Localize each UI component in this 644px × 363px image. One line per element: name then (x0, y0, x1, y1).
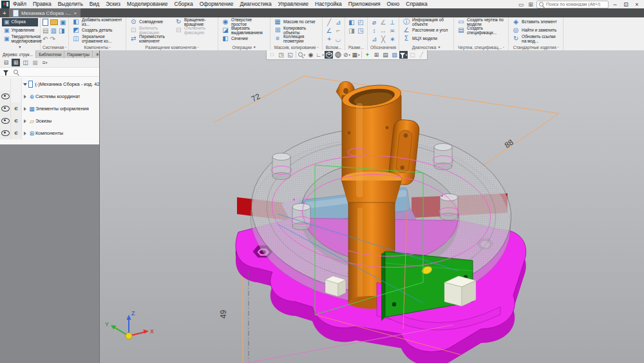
tree-options-dropdown[interactable]: ≡▾ (41, 59, 49, 66)
mass-properties-button[interactable]: Σ МЦХ модели (401, 35, 451, 43)
menu-file[interactable]: Файл (10, 0, 30, 8)
exclude-icon[interactable]: Є (14, 118, 18, 124)
menu-help[interactable]: Справка (402, 0, 430, 8)
tab-parameters[interactable]: Параметры (64, 50, 93, 58)
aux-icon[interactable]: ╱ (327, 19, 331, 26)
edit-pencil-icon[interactable]: ╱ (417, 51, 426, 59)
menu-window[interactable]: Окно (384, 0, 403, 8)
refresh-links-button[interactable]: ↻ Обновить ссылки на мод... (511, 35, 561, 43)
move-component-button[interactable]: ⇄ Переместить компонент (128, 35, 172, 43)
tree-view-icon-1[interactable]: ⊟ (2, 59, 10, 66)
disable-fixation-button[interactable]: ⊟ Отключить фиксацию (173, 26, 216, 35)
tree-view-icon-4[interactable]: ▦ (31, 59, 39, 66)
add-component-button[interactable]: ◧ Добавить компонент из... (71, 18, 124, 26)
undo-icon[interactable]: ↶ (43, 35, 48, 43)
tree-view-icon-3[interactable]: ◫ (21, 59, 30, 66)
mode-assembly[interactable]: ▣ Сборка (2, 18, 38, 26)
aux-icon[interactable]: ⊿ (336, 19, 341, 26)
designation-icon[interactable]: ∗ (390, 35, 395, 43)
close-button[interactable]: × (632, 1, 641, 8)
dimension-icon[interactable]: ◨ (348, 27, 354, 34)
cut-extrude-button[interactable]: ◪ Вырезать выдавливанием (220, 26, 268, 35)
collapse-arrow-icon[interactable] (24, 95, 26, 99)
aux-icon[interactable]: ∠ (327, 27, 332, 34)
create-specification-button[interactable]: ▤ Создать спецификаци... (456, 26, 506, 35)
display-mode-cube-icon[interactable] (325, 51, 333, 59)
dimension-49[interactable]: 49 (219, 309, 228, 319)
exclude-icon[interactable]: Є (14, 130, 18, 136)
visibility-eye-icon[interactable] (1, 130, 10, 136)
mode-dropdown[interactable]: ▾ (2, 44, 38, 50)
copy-view-icon[interactable]: ⊞ (372, 51, 381, 59)
visibility-eye-icon[interactable] (1, 118, 10, 124)
save-icon[interactable]: ▣ (60, 19, 66, 26)
section-button[interactable]: ◧ Сечение (220, 35, 268, 43)
zoom-dropdown[interactable]: ▾ (298, 51, 306, 59)
collapse-arrow-icon[interactable] (24, 132, 26, 135)
object-info-button[interactable]: ⓘ Информация об объекте (401, 18, 451, 26)
window-view-icon[interactable]: ▤ (381, 51, 390, 59)
menu-applications[interactable]: Приложения (345, 0, 384, 8)
assembly-3d-model[interactable]: 72 88 49 Z X Y (100, 50, 644, 363)
expand-arrow-icon[interactable] (23, 83, 27, 86)
new-document-tab-button[interactable]: + (0, 8, 9, 17)
minimize-button[interactable]: – (611, 1, 620, 8)
tab-tree-structure[interactable]: Дерево: струк... (0, 50, 36, 58)
ghost-object-icon[interactable]: ▢ (408, 51, 417, 59)
shaded-sphere-icon[interactable] (334, 51, 342, 59)
designation-icon[interactable]: ⌀ (372, 19, 376, 26)
dimension-icon[interactable]: ◳ (357, 27, 363, 34)
walk-mode-icon[interactable]: ◉ (307, 51, 315, 59)
dimension-88[interactable]: 88 (503, 137, 515, 150)
hide-objects-dropdown[interactable]: ⊘▾ (343, 51, 351, 59)
image-style-dropdown[interactable]: ▦▾ (352, 51, 360, 59)
menu-edit[interactable]: Правка (30, 0, 55, 8)
filter-icon[interactable] (3, 70, 8, 74)
aux-icon[interactable]: + (327, 35, 331, 43)
dimension-72[interactable]: 72 (250, 92, 262, 104)
menu-diagnostics[interactable]: Диагностика (236, 0, 274, 8)
designation-icon[interactable]: ╳ (381, 35, 385, 43)
brush-icon[interactable]: ▨ (390, 51, 399, 59)
dimension-icon[interactable]: ◰ (357, 19, 363, 26)
menu-management[interactable]: Управление (275, 0, 312, 8)
print-icon[interactable]: ▤ (43, 27, 48, 34)
tab-libraries[interactable]: Библиотеки (36, 50, 64, 58)
3d-viewport[interactable]: ∷ ◳ ◱ ▾ ◉ ∟▾ ⊘▾ ▦▾ + ⊞ ▤ ▨ ▾ ▢ ╱ (100, 50, 644, 363)
open-folder-icon[interactable] (50, 19, 58, 25)
tree-item-decorations[interactable]: Є ▦ Элементы оформления (0, 103, 99, 115)
white-block-left[interactable] (325, 276, 346, 297)
restore-button[interactable]: ⊡ (621, 1, 630, 8)
tree-view-icon-2[interactable]: ⊞ (12, 59, 20, 66)
designation-icon[interactable]: ⊿ (372, 35, 377, 43)
mirror-component-button[interactable]: ◫ Зеркальное отражение ко... (71, 35, 124, 43)
geometry-collection-button[interactable]: ≡ Коллекция геометрии (272, 35, 320, 43)
search-input[interactable] (545, 1, 606, 7)
tree-search-icon[interactable] (14, 70, 18, 74)
designation-icon[interactable]: ↕ (373, 27, 376, 34)
group-diagnostics-dropdown[interactable]: Диагностика▼ (401, 44, 451, 50)
menu-select[interactable]: Выделить (55, 0, 86, 8)
tree-item-sketches[interactable]: Є ▱ Эскизы (0, 115, 99, 127)
group-operations-dropdown[interactable]: Операции▼ (220, 44, 268, 50)
menu-formatting[interactable]: Оформление (196, 0, 237, 8)
filter-dropdown[interactable]: ▾ (399, 51, 408, 59)
tree-root-row[interactable]: (-)Механика Сборка - изд. 420 (комп... (0, 78, 99, 90)
toolbar-grip-icon[interactable]: ∷ (268, 51, 276, 59)
export-icon[interactable]: ◨ (59, 27, 64, 34)
preview-icon[interactable]: ▥ (50, 27, 56, 34)
dimension-icon[interactable]: ◧ (348, 19, 354, 26)
white-connector-block[interactable] (444, 276, 476, 306)
mode-solid-modeling[interactable]: ▣ Твердотельное моделирование (2, 35, 38, 43)
aux-icon[interactable]: ⌐ (336, 27, 340, 34)
insert-element-button[interactable]: ◈ Вставить элемент (511, 18, 561, 26)
menu-settings[interactable]: Настройка (312, 0, 345, 8)
visibility-eye-icon[interactable] (1, 106, 10, 112)
designation-icon[interactable]: ≍ (390, 27, 395, 34)
normal-to-icon[interactable]: ◱ (286, 51, 294, 59)
menu-sketch[interactable]: Эскиз (102, 0, 124, 8)
layout-icon-1[interactable]: ▭ (517, 1, 525, 8)
move-mode-icon[interactable]: + (363, 51, 372, 59)
collapse-arrow-icon[interactable] (24, 119, 26, 123)
distance-angle-button[interactable]: ∠ Расстояние и угол (401, 26, 451, 35)
